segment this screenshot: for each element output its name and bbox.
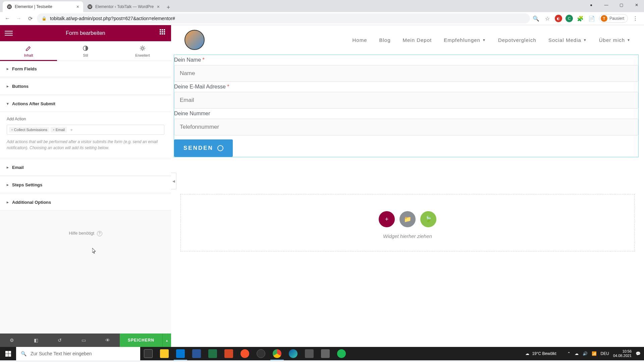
editor-tabs: Inhalt Stil Erweitert bbox=[0, 41, 171, 61]
section-actions[interactable]: ▾ Actions After Submit bbox=[0, 96, 171, 112]
profile-button[interactable]: T Pausiert bbox=[599, 14, 628, 23]
taskbar-search[interactable]: 🔍 Zur Suche Text hier eingeben bbox=[16, 347, 140, 360]
tab-style[interactable]: Stil bbox=[57, 41, 114, 61]
actions-tag-input[interactable]: ×Collect Submissions ×Email + bbox=[7, 125, 164, 135]
widgets-icon[interactable] bbox=[158, 29, 166, 37]
extension-badge[interactable]: ◐ bbox=[555, 15, 562, 22]
action-tag[interactable]: ×Collect Submissions bbox=[9, 127, 49, 132]
settings-icon[interactable]: ⚙ bbox=[0, 338, 24, 343]
menu-icon[interactable] bbox=[5, 29, 13, 37]
navigator-icon[interactable]: ◧ bbox=[24, 338, 48, 343]
explorer-icon[interactable] bbox=[156, 347, 172, 360]
back-button[interactable]: ← bbox=[3, 14, 12, 23]
history-icon[interactable]: ↺ bbox=[48, 338, 72, 343]
extension-badge[interactable]: C bbox=[566, 15, 573, 22]
new-tab-button[interactable]: + bbox=[164, 3, 173, 12]
weather-widget[interactable]: ☁ 19°C Bewölkt bbox=[525, 351, 556, 356]
section-buttons[interactable]: ▸ Buttons bbox=[0, 78, 171, 95]
close-icon[interactable]: × bbox=[76, 4, 79, 9]
nav-item-depot[interactable]: Mein Depot bbox=[403, 37, 432, 43]
clock[interactable]: 10:56 04.08.2021 bbox=[613, 349, 632, 358]
submit-button[interactable]: SENDEN bbox=[174, 139, 233, 157]
envato-button[interactable]: 🍃 bbox=[420, 211, 436, 227]
help-link[interactable]: Hilfe benötigt ? bbox=[0, 231, 171, 236]
close-icon[interactable]: × bbox=[157, 4, 160, 9]
add-action-button[interactable]: + bbox=[68, 127, 75, 132]
email-input[interactable] bbox=[174, 92, 638, 109]
menu-icon[interactable]: ⋮ bbox=[631, 14, 639, 22]
svg-text:W: W bbox=[88, 5, 92, 9]
task-view-button[interactable] bbox=[140, 347, 156, 360]
help-text: Add actions that will be performed after… bbox=[7, 139, 164, 151]
app-icon[interactable] bbox=[301, 347, 317, 360]
tray-chevron-icon[interactable]: ⌃ bbox=[567, 351, 571, 356]
reading-list-icon[interactable]: 📄 bbox=[588, 14, 596, 22]
notifications-icon[interactable]: 💬 bbox=[636, 351, 641, 356]
onedrive-icon[interactable]: ☁ bbox=[575, 351, 579, 356]
reload-button[interactable]: ⟳ bbox=[25, 14, 35, 23]
add-section-button[interactable]: + bbox=[379, 211, 395, 227]
search-icon: 🔍 bbox=[21, 351, 26, 356]
remove-icon[interactable]: × bbox=[53, 128, 55, 132]
section-label: Steps Settings bbox=[12, 182, 42, 187]
browser-tab[interactable]: W Elementor ‹ TobiTalk — WordPre × bbox=[83, 1, 164, 12]
volume-icon[interactable]: 🔊 bbox=[583, 351, 588, 356]
url-input[interactable]: 🔒 tobitalk.at/wp-admin/post.php?post=627… bbox=[37, 13, 530, 23]
save-button[interactable]: SPEICHERN bbox=[120, 334, 162, 347]
remove-icon[interactable]: × bbox=[11, 128, 13, 132]
save-options-button[interactable]: ▴ bbox=[162, 334, 171, 347]
phone-input[interactable] bbox=[174, 119, 638, 135]
weather-text: 19°C Bewölkt bbox=[532, 351, 556, 356]
app-icon[interactable] bbox=[253, 347, 269, 360]
browser-tab[interactable]: W Elementor | Testseite × bbox=[3, 1, 83, 12]
collapse-sidebar-button[interactable]: ◀ bbox=[171, 173, 176, 189]
nav-item-blog[interactable]: Blog bbox=[379, 37, 390, 43]
spotify-icon[interactable] bbox=[333, 347, 350, 360]
language-indicator[interactable]: DEU bbox=[601, 351, 609, 356]
nav-item-depotvergleich[interactable]: Depotvergleich bbox=[498, 37, 536, 43]
word-icon[interactable] bbox=[189, 347, 205, 360]
chrome-icon[interactable] bbox=[269, 347, 285, 360]
question-icon: ? bbox=[97, 231, 102, 236]
browser-chrome: W Elementor | Testseite × W Elementor ‹ … bbox=[0, 0, 644, 25]
preview-icon[interactable]: 👁 bbox=[96, 338, 120, 343]
nav-item-home[interactable]: Home bbox=[352, 37, 367, 43]
close-window-button[interactable]: ✕ bbox=[629, 0, 644, 10]
nav-item-ueber[interactable]: Über mich▼ bbox=[599, 37, 631, 43]
zoom-icon[interactable]: 🔍 bbox=[532, 14, 540, 22]
nav-item-empfehlungen[interactable]: Empfehlungen▼ bbox=[444, 37, 486, 43]
section-steps[interactable]: ▸ Steps Settings bbox=[0, 177, 171, 193]
tab-content[interactable]: Inhalt bbox=[0, 41, 57, 61]
brave-icon[interactable] bbox=[237, 347, 253, 360]
start-button[interactable] bbox=[0, 347, 16, 360]
cloud-icon: ☁ bbox=[525, 351, 529, 356]
powerpoint-icon[interactable] bbox=[221, 347, 237, 360]
maximize-button[interactable]: ▢ bbox=[614, 0, 629, 10]
drop-zone[interactable]: + 📁 🍃 Widget hierher ziehen bbox=[180, 194, 635, 251]
responsive-icon[interactable]: ▭ bbox=[72, 338, 96, 343]
site-logo[interactable] bbox=[184, 30, 205, 50]
forward-button[interactable]: → bbox=[14, 14, 23, 23]
wifi-icon[interactable]: 📶 bbox=[592, 351, 597, 356]
nav-item-social[interactable]: Social Media▼ bbox=[548, 37, 587, 43]
template-button[interactable]: 📁 bbox=[399, 211, 416, 227]
extensions-icon[interactable]: 🧩 bbox=[576, 14, 584, 22]
dot-icon[interactable]: ● bbox=[584, 0, 599, 10]
outlook-icon[interactable] bbox=[172, 347, 189, 360]
action-tag[interactable]: ×Email bbox=[51, 127, 67, 132]
tab-advanced[interactable]: Erweitert bbox=[114, 41, 171, 61]
avatar: T bbox=[601, 15, 607, 22]
name-input[interactable] bbox=[174, 65, 638, 82]
edge-icon[interactable] bbox=[285, 347, 301, 360]
section-label: Form Fields bbox=[12, 66, 37, 71]
minimize-button[interactable]: — bbox=[599, 0, 614, 10]
section-label: Additional Options bbox=[12, 200, 51, 205]
form-label: Deine E-Mail Adresse * bbox=[174, 84, 638, 92]
section-form-fields[interactable]: ▸ Form Fields bbox=[0, 61, 171, 77]
app-icon[interactable] bbox=[317, 347, 333, 360]
section-email[interactable]: ▸ Email bbox=[0, 160, 171, 176]
bookmark-icon[interactable]: ☆ bbox=[543, 14, 551, 22]
section-additional[interactable]: ▸ Additional Options bbox=[0, 194, 171, 210]
form-widget[interactable]: Dein Name * Deine E-Mail Adresse * Deine… bbox=[174, 55, 639, 157]
excel-icon[interactable] bbox=[205, 347, 221, 360]
